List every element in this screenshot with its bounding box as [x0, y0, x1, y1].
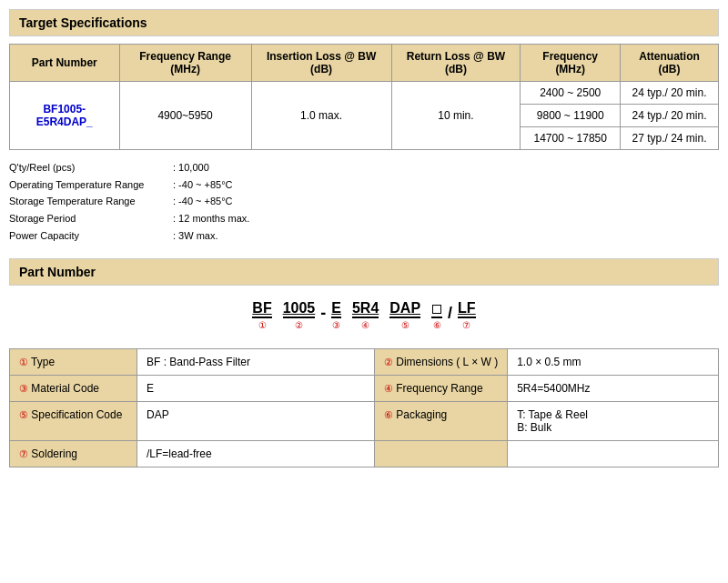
- pn-segment-text: 5R4: [352, 300, 379, 318]
- note-row: Storage Temperature Range : -40 ~ +85°C: [9, 193, 253, 210]
- target-spec-section: Target Specifications Part Number Freque…: [9, 9, 719, 244]
- pn-right-value: 5R4=5400MHz: [508, 376, 719, 402]
- note-label: Q'ty/Reel (pcs): [9, 159, 173, 176]
- pn-circle-num: ④: [361, 320, 369, 330]
- part-number-cell: BF1005-E5R4DAP_: [10, 82, 120, 150]
- col-freq-range: Frequency Range (MHz): [119, 45, 251, 82]
- pn-circle-num: ⑥: [433, 320, 441, 330]
- frequency-cell: 2400 ~ 2500: [521, 82, 621, 105]
- pn-left-label: ① Type: [10, 349, 137, 376]
- note-value: : 10,000: [173, 159, 253, 176]
- pn-detail-table: ① TypeBF : Band-Pass Filter② Dimensions …: [9, 348, 719, 467]
- pn-segment: 1005②: [283, 300, 316, 330]
- pn-left-value: E: [137, 376, 375, 402]
- pn-circle-num: ②: [295, 320, 303, 330]
- freq-range-cell: 4900~5950: [119, 82, 251, 150]
- pn-right-label: [374, 441, 507, 467]
- col-attenuation: Attenuation (dB): [621, 45, 719, 82]
- pn-circle-num: ①: [258, 320, 267, 330]
- pn-segment-text: LF: [458, 300, 476, 318]
- pn-right-label: ④ Frequency Range: [374, 376, 507, 402]
- pn-separator: -: [320, 302, 326, 325]
- spec-table: Part Number Frequency Range (MHz) Insert…: [9, 44, 719, 150]
- pn-left-value: DAP: [137, 402, 375, 441]
- pn-segment: E③: [331, 300, 341, 330]
- note-row: Storage Period : 12 months max.: [9, 210, 253, 227]
- note-value: : -40 ~ +85°C: [173, 176, 253, 194]
- target-spec-header: Target Specifications: [9, 9, 719, 36]
- note-label: Operating Temperature Range: [9, 176, 173, 194]
- part-number-header: Part Number: [9, 258, 719, 286]
- note-label: Storage Period: [9, 210, 173, 227]
- part-number-section: Part Number BF①1005②-E③5R4④DAP⑤⑥/LF⑦ ① T…: [9, 258, 719, 467]
- pn-left-label: ⑤ Specification Code: [10, 402, 137, 441]
- part-number-diagram: BF①1005②-E③5R4④DAP⑤⑥/LF⑦: [9, 300, 719, 330]
- insertion-loss-cell: 1.0 max.: [251, 82, 391, 150]
- pn-detail-row: ① TypeBF : Band-Pass Filter② Dimensions …: [10, 349, 719, 376]
- col-part-number: Part Number: [10, 45, 120, 82]
- pn-segment: BF①: [252, 300, 271, 330]
- pn-segment-text: BF: [252, 300, 271, 318]
- pn-right-value: T: Tape & ReelB: Bulk: [508, 402, 719, 441]
- pn-separator: /: [448, 302, 452, 325]
- pn-segment: LF⑦: [458, 300, 476, 330]
- pn-circle-num: ⑤: [401, 320, 410, 330]
- pn-detail-row: ③ Material CodeE④ Frequency Range5R4=540…: [10, 376, 719, 402]
- col-insertion-loss: Insertion Loss @ BW (dB): [251, 45, 391, 82]
- note-row: Q'ty/Reel (pcs) : 10,000: [9, 159, 253, 176]
- pn-left-value: /LF=lead-free: [137, 441, 375, 467]
- notes-table: Q'ty/Reel (pcs) : 10,000 Operating Tempe…: [9, 159, 253, 244]
- attenuation-cell: 24 typ./ 20 min.: [621, 82, 719, 105]
- pn-left-value: BF : Band-Pass Filter: [137, 349, 375, 376]
- pn-right-label: ② Dimensions ( L × W ): [374, 349, 507, 376]
- note-label: Storage Temperature Range: [9, 193, 173, 210]
- note-label: Power Capacity: [9, 227, 173, 245]
- col-return-loss: Return Loss @ BW (dB): [391, 45, 521, 82]
- pn-right-value: 1.0 × 0.5 mm: [508, 349, 719, 376]
- frequency-cell: 9800 ~ 11900: [521, 105, 621, 127]
- pn-detail-row: ⑦ Soldering/LF=lead-free: [10, 441, 719, 467]
- note-row: Power Capacity : 3W max.: [9, 227, 253, 245]
- col-frequency: Frequency (MHz): [521, 45, 621, 82]
- pn-segment-text: 1005: [283, 300, 316, 318]
- pn-square: [432, 305, 441, 314]
- table-row: BF1005-E5R4DAP_ 4900~5950 1.0 max. 10 mi…: [10, 82, 719, 105]
- note-row: Operating Temperature Range : -40 ~ +85°…: [9, 176, 253, 194]
- pn-segment-text: [431, 300, 442, 318]
- pn-left-label: ⑦ Soldering: [10, 441, 137, 467]
- pn-circle-num: ⑦: [462, 320, 470, 330]
- pn-segment-text: E: [331, 300, 341, 318]
- return-loss-cell: 10 min.: [391, 82, 521, 150]
- note-value: : -40 ~ +85°C: [173, 193, 253, 210]
- pn-detail-row: ⑤ Specification CodeDAP⑥ PackagingT: Tap…: [10, 402, 719, 441]
- target-spec-title: Target Specifications: [19, 15, 147, 30]
- notes-section: Q'ty/Reel (pcs) : 10,000 Operating Tempe…: [9, 159, 719, 244]
- pn-segment: DAP⑤: [389, 300, 420, 330]
- pn-segment: 5R4④: [352, 300, 379, 330]
- note-value: : 3W max.: [173, 227, 253, 245]
- pn-segment: ⑥: [431, 300, 442, 330]
- attenuation-cell: 27 typ./ 24 min.: [621, 127, 719, 150]
- pn-right-value: [508, 441, 719, 467]
- note-value: : 12 months max.: [173, 210, 253, 227]
- part-number-title: Part Number: [19, 265, 96, 279]
- pn-segment-text: DAP: [389, 300, 420, 318]
- frequency-cell: 14700 ~ 17850: [521, 127, 621, 150]
- pn-left-label: ③ Material Code: [10, 376, 137, 402]
- pn-circle-num: ③: [332, 320, 340, 330]
- pn-right-label: ⑥ Packaging: [374, 402, 507, 441]
- attenuation-cell: 24 typ./ 20 min.: [621, 105, 719, 127]
